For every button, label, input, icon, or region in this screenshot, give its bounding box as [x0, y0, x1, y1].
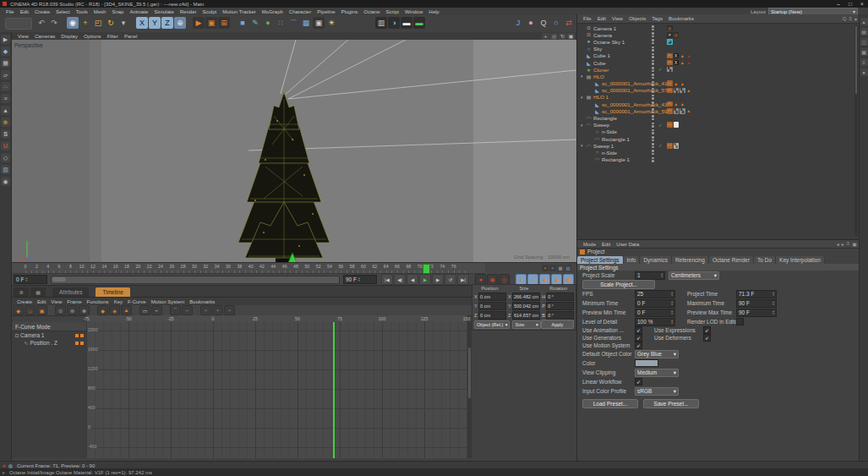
panel-grid-icon[interactable]: ▦	[30, 287, 46, 297]
editor-visibility-dot[interactable]	[652, 123, 654, 125]
workplane-snap-icon[interactable]: ◇	[1, 153, 10, 162]
coords-rotation-field[interactable]: 0 °	[546, 302, 574, 310]
object-row[interactable]: ●Octane Sky 1◪	[577, 38, 853, 45]
light-icon[interactable]: ☀	[325, 17, 337, 29]
editor-visibility-dot[interactable]	[652, 67, 654, 69]
render-visibility-dot[interactable]	[652, 56, 654, 58]
keyframe-icon[interactable]	[80, 334, 84, 337]
render-view-icon[interactable]: ▶	[193, 17, 205, 29]
texture-mode-icon[interactable]: ▦	[1, 58, 10, 68]
sky-tag-icon[interactable]: ◪	[667, 39, 673, 45]
curve-flat-icon[interactable]: ▭	[139, 305, 150, 315]
white-material-icon[interactable]: ▬	[401, 17, 412, 29]
attribute-tab-referencing[interactable]: Referencing	[672, 256, 709, 264]
object-name[interactable]: Camera 1	[593, 25, 616, 31]
redo-icon[interactable]: ↷	[48, 17, 60, 29]
object-name[interactable]: Sweep 1	[593, 143, 614, 149]
z-axis-lock-icon[interactable]: Z	[161, 17, 173, 29]
menu-sculpt[interactable]: Sculpt	[202, 9, 216, 14]
spinner-icon[interactable]: ▴▾	[772, 301, 774, 306]
attribute-tab-dynamics[interactable]: Dynamics	[640, 256, 672, 264]
render-visibility-dot[interactable]	[652, 146, 654, 149]
move-key-icon[interactable]: ◆	[97, 305, 108, 315]
object-row[interactable]: ○Sky	[577, 46, 853, 52]
checker-tag-icon[interactable]: ▚	[674, 88, 680, 94]
visibility-dots[interactable]	[652, 25, 654, 31]
attribute-tab-key-interpolation[interactable]: Key Interpolation	[776, 256, 825, 264]
object-name[interactable]: Octane Sky 1	[593, 39, 625, 45]
editor-visibility-dot[interactable]	[652, 129, 654, 132]
dock-structure-icon[interactable]: ▦	[860, 48, 868, 56]
lod-field[interactable]: 100 % ▴▾	[635, 318, 675, 326]
tab-attributes[interactable]: Attributes	[52, 287, 89, 297]
object-row[interactable]: ▾▤HLO	[577, 73, 853, 79]
move-tool-icon[interactable]: +	[79, 17, 91, 29]
scrollbar-thumb[interactable]	[855, 26, 857, 94]
key-props-icon[interactable]: ▣	[36, 305, 47, 315]
render-visibility-dot[interactable]	[652, 77, 654, 79]
checkbox[interactable]: ✓	[635, 326, 642, 334]
timeline-menu-create[interactable]: Create	[17, 299, 32, 304]
visibility-dots[interactable]	[652, 39, 654, 45]
om-filter-icon[interactable]: ≡	[849, 16, 852, 22]
object-row[interactable]: ◠Rectangle 1	[577, 156, 853, 163]
am-forward-icon[interactable]: ▸	[842, 241, 844, 247]
zoom-sel-icon[interactable]: ▫	[212, 305, 223, 315]
object-name[interactable]: Sky	[593, 46, 602, 52]
timeline-menu-frame[interactable]: Frame	[67, 299, 81, 304]
attribute-tab-to-do[interactable]: To Do	[754, 256, 776, 264]
om-menu-file[interactable]: File	[583, 16, 592, 21]
xpresso-tag-icon[interactable]: X	[674, 53, 680, 59]
menu-simulate[interactable]: Simulate	[154, 9, 173, 14]
coords-position-field[interactable]: 0 cm	[478, 302, 506, 310]
field-value[interactable]: 71.3 F▴▾	[736, 290, 777, 298]
goto-end-button[interactable]: ▶|	[457, 274, 469, 285]
stage-camera-icon[interactable]: ▣	[313, 17, 325, 29]
visibility-dots[interactable]	[652, 53, 654, 59]
render-visibility-dot[interactable]	[652, 42, 654, 45]
object-name[interactable]: sc_0000001_Armorhack_59_1	[602, 108, 673, 114]
max-frame-field[interactable]: 90 F ▴▾	[343, 275, 377, 284]
object-row[interactable]: ◣sc_0000001_Armorhack_59_1◠▚▚▲	[577, 107, 853, 114]
object-row[interactable]: ▾◠Sweep 1✓◠▚	[577, 142, 853, 149]
convert-tool-icon[interactable]: ▶	[1, 35, 10, 44]
subdivision-surface-icon[interactable]: ●	[262, 17, 274, 29]
viewport-canvas[interactable]: Perspective Grid Spacing : 10000 cm	[12, 40, 576, 262]
menu-motion-tracker[interactable]: Motion Tracker	[222, 9, 256, 14]
zoom-view-icon[interactable]: ◎	[550, 33, 558, 40]
ring-object-icon[interactable]: ○	[550, 17, 562, 29]
warn-tag-icon[interactable]: ▲	[680, 53, 685, 59]
spinner-icon[interactable]: ▴▾	[25, 277, 27, 282]
crosshair-tag-icon[interactable]: ✕	[667, 32, 673, 38]
tool-preset-well[interactable]	[5, 18, 32, 30]
viewport-menu-panel[interactable]: Panel	[124, 34, 137, 39]
menu-snap[interactable]: Snap	[112, 9, 123, 14]
green-state-icon[interactable]: ▬	[413, 17, 425, 29]
object-row[interactable]: ◠Rectangle	[577, 114, 853, 121]
object-name[interactable]: Rectangle 1	[602, 136, 630, 142]
spline-linear-icon[interactable]: ⊙	[55, 305, 66, 315]
menu-character[interactable]: Character	[289, 9, 311, 14]
object-row[interactable]: ∗Cloner✓▚	[577, 66, 853, 73]
dock-layers-icon[interactable]: ▤	[860, 28, 868, 36]
dock-list-icon[interactable]: ≡	[860, 58, 868, 66]
attribute-tab-info[interactable]: Info	[624, 256, 641, 264]
object-name[interactable]: Rectangle	[593, 115, 617, 121]
attribute-menu-mode[interactable]: Mode	[583, 242, 596, 247]
save-preset-button[interactable]: Save Preset...	[643, 399, 699, 408]
menu-edit[interactable]: Edit	[20, 9, 29, 14]
grid-small-icon[interactable]: ▦	[557, 265, 564, 271]
warn-tag-icon[interactable]: ▲	[674, 80, 680, 86]
timeline-menu-motion-system[interactable]: Motion System	[151, 299, 185, 304]
visibility-dots[interactable]	[652, 143, 654, 149]
warn-tag-icon[interactable]: ▲	[680, 80, 685, 86]
object-name[interactable]: sc_0000001_Armorhack_43	[602, 101, 667, 107]
x-axis-lock-icon[interactable]: X	[136, 17, 148, 29]
editor-visibility-dot[interactable]	[652, 150, 654, 152]
field-value[interactable]: 0 F▴▾	[635, 299, 675, 308]
warn-tag-icon[interactable]: ▲	[674, 101, 680, 107]
tab-timeline[interactable]: Timeline	[96, 287, 129, 297]
menu-pipeline[interactable]: Pipeline	[317, 9, 335, 14]
workplane-mode-icon[interactable]: ▱	[1, 70, 10, 79]
zoom-fit-icon[interactable]: ▫	[200, 305, 211, 315]
